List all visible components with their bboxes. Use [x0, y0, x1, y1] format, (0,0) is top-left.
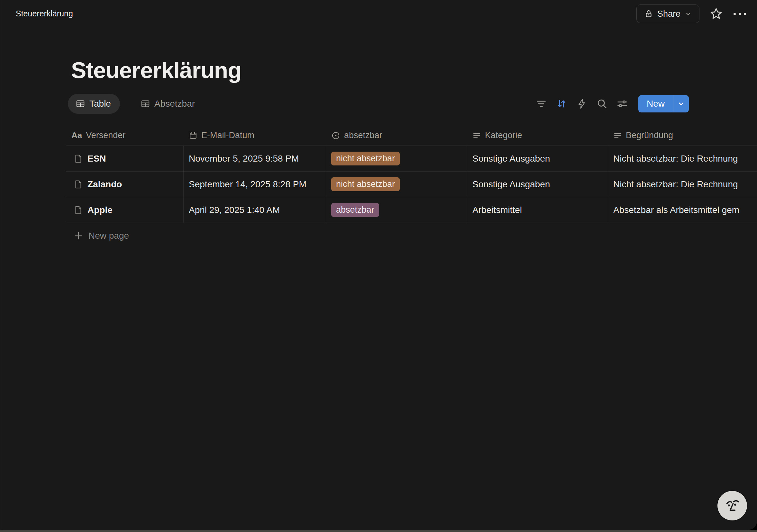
date-value: September 14, 2025 8:28 PM — [189, 179, 307, 189]
table-icon — [76, 99, 85, 109]
kategorie-value: Arbeitsmittel — [472, 205, 522, 215]
status-tag: absetzbar — [331, 203, 379, 217]
column-header-kategorie[interactable]: Kategorie — [467, 125, 608, 146]
page-name: ESN — [87, 154, 106, 164]
begruendung-value: Absetzbar als Arbeitsmittel gem — [613, 205, 739, 215]
new-page-button[interactable]: New page — [66, 223, 757, 249]
select-icon — [331, 131, 340, 140]
cell-begruendung[interactable]: Nicht absetzbar: Die Rechnung — [608, 146, 757, 171]
table-row: Apple April 29, 2025 1:40 AM absetzbar A… — [66, 197, 757, 223]
page-icon — [73, 205, 83, 215]
chevron-down-icon — [684, 10, 692, 18]
sort-icon[interactable] — [555, 98, 568, 110]
column-header-versender[interactable]: Aa Versender — [66, 125, 184, 146]
new-button[interactable]: New — [638, 95, 673, 112]
breadcrumb[interactable]: Steuererklärung — [16, 9, 73, 18]
date-value: November 5, 2025 9:58 PM — [189, 154, 299, 164]
kategorie-value: Sonstige Ausgaben — [472, 154, 550, 164]
ai-assistant-button[interactable] — [717, 491, 747, 520]
ai-face-icon — [722, 495, 742, 516]
text-icon — [613, 131, 622, 140]
text-icon — [472, 131, 481, 140]
cell-absetzbar[interactable]: nicht absetzbar — [326, 172, 467, 197]
column-label: E-Mail-Datum — [201, 130, 255, 140]
column-header-absetzbar[interactable]: absetzbar — [326, 125, 467, 146]
screen-bottom-edge — [0, 530, 757, 532]
cell-absetzbar[interactable]: absetzbar — [326, 197, 467, 223]
settings-sliders-icon[interactable] — [616, 98, 628, 110]
date-value: April 29, 2025 1:40 AM — [189, 205, 280, 215]
cell-versender[interactable]: ESN — [66, 146, 184, 171]
cell-kategorie[interactable]: Sonstige Ausgaben — [467, 172, 608, 197]
cell-versender[interactable]: Zalando — [66, 172, 184, 197]
page-icon — [73, 180, 83, 189]
column-label: Begründung — [626, 130, 673, 140]
cell-datum[interactable]: November 5, 2025 9:58 PM — [184, 146, 326, 171]
begruendung-value: Nicht absetzbar: Die Rechnung — [613, 179, 738, 189]
status-tag: nicht absetzbar — [331, 152, 400, 166]
page-name: Zalando — [87, 179, 122, 189]
topbar-actions: Share — [636, 4, 747, 24]
cell-begruendung[interactable]: Absetzbar als Arbeitsmittel gem — [608, 197, 757, 223]
page-name: Apple — [87, 205, 112, 215]
tab-absetzbar[interactable]: Absetzbar — [136, 94, 200, 114]
notion-window: Steuererklärung Share Ste — [0, 0, 757, 530]
page-icon — [73, 154, 83, 163]
cell-begruendung[interactable]: Nicht absetzbar: Die Rechnung — [608, 172, 757, 197]
table-icon — [140, 99, 150, 109]
cell-kategorie[interactable]: Arbeitsmittel — [467, 197, 608, 223]
views-row: Table Absetzbar — [0, 94, 757, 114]
page-title[interactable]: Steuererklärung — [71, 57, 241, 83]
column-label: Versender — [86, 130, 125, 140]
column-label: Kategorie — [485, 130, 522, 140]
cell-datum[interactable]: April 29, 2025 1:40 AM — [184, 197, 326, 223]
lock-icon — [644, 9, 653, 19]
share-label: Share — [657, 9, 681, 19]
title-icon: Aa — [72, 130, 82, 140]
tab-label: Absetzbar — [154, 98, 195, 109]
share-button[interactable]: Share — [636, 5, 699, 23]
tab-label: Table — [89, 98, 111, 109]
cell-kategorie[interactable]: Sonstige Ausgaben — [467, 146, 608, 171]
star-icon[interactable] — [709, 7, 723, 21]
column-header-begruendung[interactable]: Begründung — [608, 125, 757, 146]
new-page-label: New page — [88, 231, 129, 241]
table-header-row: Aa Versender E-Mail-Datum — [66, 125, 757, 146]
kategorie-value: Sonstige Ausgaben — [472, 179, 550, 189]
tab-table[interactable]: Table — [68, 94, 120, 114]
column-label: absetzbar — [344, 130, 382, 140]
cell-absetzbar[interactable]: nicht absetzbar — [326, 146, 467, 171]
search-icon[interactable] — [596, 98, 608, 110]
status-tag: nicht absetzbar — [331, 177, 400, 191]
lightning-icon[interactable] — [576, 98, 588, 110]
filter-icon[interactable] — [535, 98, 547, 110]
chevron-down-icon[interactable] — [673, 95, 689, 112]
calendar-icon — [189, 131, 197, 140]
cell-datum[interactable]: September 14, 2025 8:28 PM — [184, 172, 326, 197]
ellipsis-icon[interactable] — [733, 11, 747, 17]
cell-versender[interactable]: Apple — [66, 197, 184, 223]
new-button-group[interactable]: New — [638, 95, 689, 112]
database-table: Aa Versender E-Mail-Datum — [66, 125, 757, 249]
view-toolbar: New — [535, 94, 689, 114]
begruendung-value: Nicht absetzbar: Die Rechnung — [613, 154, 738, 164]
table-row: Zalando September 14, 2025 8:28 PM nicht… — [66, 172, 757, 197]
plus-icon — [73, 231, 84, 241]
table-row: ESN November 5, 2025 9:58 PM nicht abset… — [66, 146, 757, 172]
column-header-email-datum[interactable]: E-Mail-Datum — [184, 125, 326, 146]
